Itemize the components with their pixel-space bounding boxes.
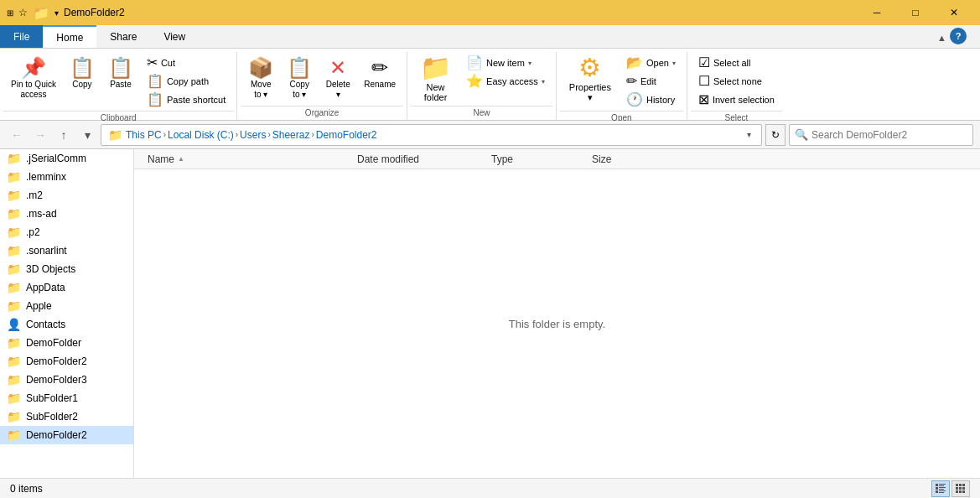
back-button[interactable]: ← — [7, 125, 27, 145]
ribbon-group-organize: 📦 Moveto ▾ 📋 Copyto ▾ ✕ Delete▾ ✏ Rename… — [237, 52, 407, 120]
empty-folder-message: This folder is empty. — [509, 318, 605, 330]
breadcrumb-sheeraz[interactable]: Sheeraz — [272, 129, 310, 141]
sidebar-item-jserialcomm[interactable]: 📁 .jSerialComm — [0, 149, 133, 168]
sidebar-item-demofolder2-active[interactable]: 📁 DemoFolder2 — [0, 426, 133, 444]
column-header-date[interactable]: Date modified — [357, 153, 491, 165]
breadcrumb-local-disk[interactable]: Local Disk (C:) — [168, 129, 234, 141]
ribbon-group-organize-content: 📦 Moveto ▾ 📋 Copyto ▾ ✕ Delete▾ ✏ Rename — [241, 52, 403, 106]
tab-home[interactable]: Home — [43, 25, 96, 48]
sidebar-item-p2[interactable]: 📁 .p2 — [0, 223, 133, 241]
sidebar-item-sonarlint[interactable]: 📁 .sonarlint — [0, 241, 133, 260]
sidebar-item-label-ms-ad: .ms-ad — [26, 208, 57, 220]
sidebar-item-contacts[interactable]: 👤 Contacts — [0, 315, 133, 334]
paste-shortcut-icon: 📋 — [147, 93, 163, 106]
column-name-label: Name — [148, 153, 174, 165]
open-arrow: ▾ — [672, 60, 676, 67]
tab-file[interactable]: File — [0, 25, 43, 48]
view-details-button[interactable] — [931, 480, 950, 497]
easy-access-label: Easy access — [486, 76, 538, 86]
folder-icon-3d-objects: 📁 — [7, 262, 21, 276]
new-item-button[interactable]: 📄 New item ▾ — [460, 54, 551, 72]
copy-button[interactable]: 📋 Copy — [64, 54, 101, 94]
open-button[interactable]: 📂 Open ▾ — [620, 54, 682, 72]
history-icon: 🕐 — [626, 93, 643, 106]
sidebar-item-3d-objects[interactable]: 📁 3D Objects — [0, 260, 133, 278]
pin-to-quick-access-button[interactable]: 📌 Pin to Quickaccess — [5, 54, 62, 104]
sidebar-item-apple[interactable]: 📁 Apple — [0, 297, 133, 315]
search-icon: 🔍 — [795, 128, 808, 141]
view-list-button[interactable] — [951, 480, 970, 497]
ribbon-group-new: 📁 Newfolder 📄 New item ▾ ⭐ Easy access ▾… — [407, 52, 557, 120]
sidebar-item-appdata[interactable]: 📁 AppData — [0, 278, 133, 297]
tab-share[interactable]: Share — [96, 25, 150, 48]
sidebar-item-lemminx[interactable]: 📁 .lemminx — [0, 168, 133, 186]
content-header: Name ▲ Date modified Type Size — [134, 149, 980, 169]
breadcrumb-users[interactable]: Users — [240, 129, 266, 141]
history-button[interactable]: 🕐 History — [620, 91, 682, 109]
close-button[interactable]: ✕ — [935, 0, 973, 25]
up-button[interactable]: ↑ — [54, 125, 74, 145]
column-header-type[interactable]: Type — [491, 153, 592, 165]
view-controls — [931, 480, 970, 497]
paste-button[interactable]: 📋 Paste — [102, 54, 139, 94]
svg-rect-10 — [959, 484, 962, 486]
column-header-size[interactable]: Size — [592, 153, 659, 165]
recent-locations-button[interactable]: ▾ — [77, 125, 97, 145]
move-label: Moveto ▾ — [251, 80, 271, 100]
invert-selection-button[interactable]: ⊠ Invert selection — [692, 91, 780, 109]
sidebar-item-subfolder1[interactable]: 📁 SubFolder1 — [0, 389, 133, 407]
new-folder-button[interactable]: 📁 Newfolder — [412, 54, 459, 104]
content-body: This folder is empty. — [134, 169, 980, 478]
search-input[interactable] — [811, 129, 967, 141]
cut-button[interactable]: ✂ Cut — [141, 54, 231, 72]
tab-view[interactable]: View — [150, 25, 199, 48]
copy-path-button[interactable]: 📋 Copy path — [141, 72, 231, 91]
rename-button[interactable]: ✏ Rename — [358, 54, 402, 94]
paste-shortcut-button[interactable]: 📋 Paste shortcut — [141, 91, 231, 109]
paste-label: Paste — [110, 80, 132, 90]
help-button[interactable]: ? — [950, 28, 967, 44]
sidebar-item-demofolder2[interactable]: 📁 DemoFolder2 — [0, 352, 133, 371]
folder-icon-jserialcomm: 📁 — [7, 152, 21, 165]
ribbon-collapse-chevron[interactable]: ▲ — [937, 33, 946, 43]
breadcrumb-this-pc[interactable]: This PC — [126, 129, 162, 141]
sidebar-item-label-m2: .m2 — [26, 189, 43, 201]
breadcrumb-demofolder2[interactable]: DemoFolder2 — [316, 129, 377, 141]
svg-rect-0 — [936, 484, 938, 486]
move-to-button[interactable]: 📦 Moveto ▾ — [242, 54, 279, 104]
sidebar-item-subfolder2[interactable]: 📁 SubFolder2 — [0, 407, 133, 426]
refresh-button[interactable]: ↻ — [765, 124, 786, 146]
svg-rect-4 — [939, 487, 946, 488]
ribbon-group-new-content: 📁 Newfolder 📄 New item ▾ ⭐ Easy access ▾ — [411, 52, 552, 106]
copy-icon: 📋 — [70, 58, 95, 78]
select-none-button[interactable]: ☐ Select none — [692, 72, 780, 91]
select-all-button[interactable]: ☑ Select all — [692, 54, 780, 72]
forward-button[interactable]: → — [30, 125, 50, 145]
svg-rect-11 — [962, 484, 965, 486]
folder-icon-lemminx: 📁 — [7, 170, 21, 184]
copy-to-icon: 📋 — [287, 58, 312, 78]
easy-access-button[interactable]: ⭐ Easy access ▾ — [460, 72, 551, 91]
sidebar-item-label-subfolder1: SubFolder1 — [26, 392, 78, 404]
open-small-buttons: 📂 Open ▾ ✏ Edit 🕐 History — [620, 54, 682, 109]
title-bar-left: ⊞ ☆ 📁 ▾ DemoFolder2 — [7, 5, 125, 21]
delete-button[interactable]: ✕ Delete▾ — [319, 54, 356, 104]
select-buttons: ☑ Select all ☐ Select none ⊠ Invert sele… — [692, 54, 780, 109]
sidebar-item-demofolder[interactable]: 📁 DemoFolder — [0, 334, 133, 352]
minimize-button[interactable]: ─ — [858, 0, 896, 25]
sidebar-item-m2[interactable]: 📁 .m2 — [0, 186, 133, 205]
maximize-button[interactable]: □ — [896, 0, 935, 25]
sidebar-item-label-demofolder: DemoFolder — [26, 337, 81, 349]
new-item-arrow: ▾ — [528, 60, 531, 67]
address-dropdown[interactable]: ▾ — [744, 130, 754, 139]
easy-access-icon: ⭐ — [466, 75, 483, 88]
copy-to-button[interactable]: 📋 Copyto ▾ — [281, 54, 318, 104]
svg-rect-7 — [939, 490, 946, 491]
sidebar-item-demofolder3[interactable]: 📁 DemoFolder3 — [0, 371, 133, 389]
new-folder-icon: 📁 — [420, 55, 451, 80]
edit-button[interactable]: ✏ Edit — [620, 72, 682, 91]
properties-button[interactable]: ⚙ Properties▾ — [562, 54, 619, 104]
column-header-name[interactable]: Name ▲ — [148, 153, 357, 165]
sidebar-item-ms-ad[interactable]: 📁 .ms-ad — [0, 205, 133, 223]
sidebar-item-label-demofolder3: DemoFolder3 — [26, 374, 87, 386]
